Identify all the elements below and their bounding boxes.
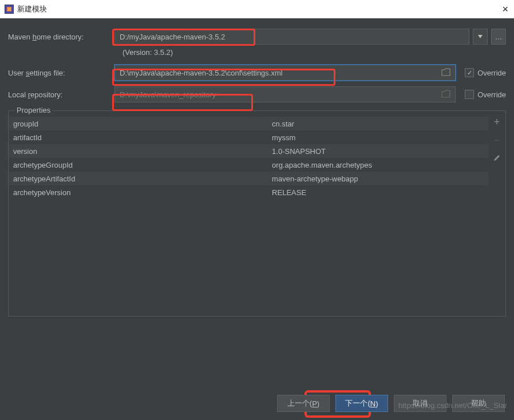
local-repo-override[interactable]: Override — [465, 90, 506, 99]
override-label-2: Override — [477, 90, 506, 99]
property-key: archetypeVersion — [13, 188, 272, 197]
user-settings-row: User settings file: D:\myJava\apache-mav… — [8, 65, 506, 81]
folder-icon[interactable] — [441, 68, 450, 78]
maven-home-label: Maven home directory: — [8, 33, 114, 41]
svg-rect-1 — [7, 7, 11, 11]
table-row[interactable]: archetypeArtifactIdmaven-archetype-webap… — [9, 172, 488, 185]
add-icon[interactable]: + — [494, 117, 500, 127]
dialog-footer: 上一个(P) 下一个(N) 取消 帮助 — [0, 395, 514, 412]
property-key: artifactId — [13, 133, 272, 142]
user-settings-override-checkbox[interactable] — [465, 68, 474, 77]
maven-home-dropdown[interactable] — [473, 29, 488, 45]
override-label-1: Override — [477, 69, 506, 77]
table-row[interactable]: version1.0-SNAPSHOT — [9, 144, 488, 158]
titlebar: 新建模块 × — [0, 0, 514, 18]
table-row[interactable]: archetypeVersionRELEASE — [9, 185, 488, 199]
local-repo-override-checkbox[interactable] — [465, 90, 474, 99]
properties-fieldset: Properties groupIdcn.starartifactIdmyssm… — [8, 110, 506, 316]
app-icon — [5, 5, 14, 14]
maven-version-text: (Version: 3.5.2) — [122, 48, 506, 57]
property-value: myssm — [272, 133, 484, 142]
local-repo-field: D:\myJava\maven_repository — [114, 86, 456, 102]
property-value: 1.0-SNAPSHOT — [272, 147, 484, 156]
maven-home-browse-button[interactable]: … — [491, 29, 506, 45]
edit-icon[interactable] — [493, 153, 501, 164]
property-value: cn.star — [272, 120, 484, 128]
close-icon[interactable]: × — [502, 3, 508, 15]
property-value: org.apache.maven.archetypes — [272, 161, 484, 169]
maven-home-field[interactable]: D:/myJava/apache-maven-3.5.2 — [114, 29, 469, 45]
user-settings-override[interactable]: Override — [465, 68, 506, 77]
property-key: archetypeGroupId — [13, 161, 272, 169]
folder-icon — [441, 90, 450, 100]
properties-side-tools: + − — [489, 117, 505, 164]
property-value: maven-archetype-webapp — [272, 175, 484, 183]
properties-legend: Properties — [14, 106, 53, 114]
maven-home-row: Maven home directory: D:/myJava/apache-m… — [8, 29, 506, 45]
remove-icon: − — [494, 135, 500, 145]
property-key: groupId — [13, 120, 272, 128]
user-settings-label: User settings file: — [8, 69, 114, 77]
property-key: archetypeArtifactId — [13, 175, 272, 183]
properties-table[interactable]: groupIdcn.starartifactIdmyssmversion1.0-… — [9, 117, 488, 199]
local-repo-label: Local repository: — [8, 90, 114, 99]
local-repo-row: Local repository: D:\myJava\maven_reposi… — [8, 86, 506, 102]
local-repo-value: D:\myJava\maven_repository — [120, 90, 216, 99]
window-title: 新建模块 — [17, 4, 47, 14]
table-row[interactable]: artifactIdmyssm — [9, 130, 488, 144]
table-row[interactable]: archetypeGroupIdorg.apache.maven.archety… — [9, 158, 488, 172]
help-button[interactable]: 帮助 — [452, 395, 505, 412]
cancel-button[interactable]: 取消 — [394, 395, 446, 412]
table-row[interactable]: groupIdcn.star — [9, 117, 488, 130]
next-button[interactable]: 下一个(N) — [335, 395, 388, 412]
property-key: version — [13, 147, 272, 156]
maven-home-value: D:/myJava/apache-maven-3.5.2 — [120, 33, 225, 41]
user-settings-value: D:\myJava\apache-maven-3.5.2\conf\settin… — [120, 69, 283, 77]
user-settings-field[interactable]: D:\myJava\apache-maven-3.5.2\conf\settin… — [114, 65, 456, 81]
previous-button[interactable]: 上一个(P) — [277, 395, 330, 412]
property-value: RELEASE — [272, 188, 484, 197]
